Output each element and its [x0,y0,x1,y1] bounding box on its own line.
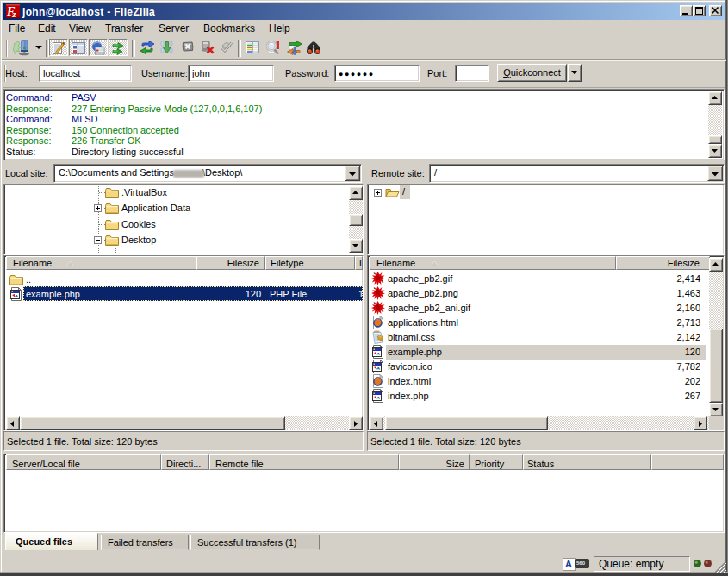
svg-text:z: z [11,9,16,19]
